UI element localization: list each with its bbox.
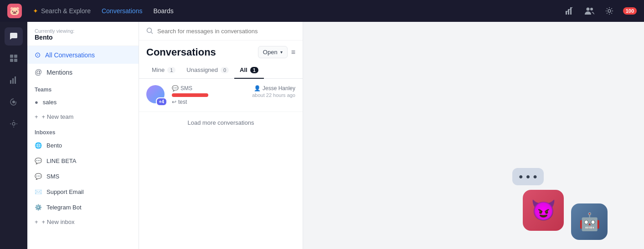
chevron-down-icon: ▾ [280,50,283,55]
main-content-area: ●●● 😈 🤖 [303,22,644,249]
search-icon [146,27,154,35]
new-inbox-plus-icon: + [35,219,38,225]
conversations-title: Conversations [146,46,216,58]
all-tab-badge: 1 [250,67,258,73]
svg-rect-9 [14,59,17,62]
team-icon[interactable] [583,5,596,17]
inbox-telegram-bot[interactable]: ⚙️ Telegram Bot [27,199,139,215]
inbox-line-icon: 💬 [35,157,42,164]
tab-unassigned[interactable]: Unassigned 0 [181,62,234,79]
svg-rect-11 [12,78,14,84]
tab-mine[interactable]: Mine 1 [146,62,181,79]
status-filter-button[interactable]: Open ▾ [258,46,288,58]
svg-point-13 [12,101,15,103]
conversation-source: 💬 SMS [172,85,192,91]
viewing-name: Bento [35,34,131,41]
svg-rect-10 [10,80,11,84]
svg-point-4 [590,8,593,10]
svg-point-15 [147,28,152,33]
conversations-title-row: Conversations Open ▾ ≡ [139,41,303,62]
left-sidebar: Currently viewing: Bento ⊙ All Conversat… [27,22,139,249]
sidebar-icon-settings[interactable] [5,115,23,133]
svg-point-14 [12,122,15,125]
conversation-agent: 👤 Jesse Hanley [254,85,295,91]
svg-rect-6 [10,55,13,58]
monster-1: 😈 [523,190,564,231]
conversation-message-row: about 22 hours ago [172,92,295,98]
chat-illustration: ●●● 😈 🤖 [523,199,608,240]
agent-icon: 👤 [254,85,261,91]
inbox-telegram-icon: ⚙️ [35,203,42,211]
search-input[interactable] [157,28,295,35]
svg-point-3 [586,8,589,11]
sidebar-icon-reports[interactable] [5,71,23,89]
main-layout: Currently viewing: Bento ⊙ All Conversat… [0,22,644,249]
nav-right-actions: 100 [563,5,637,17]
app-logo[interactable]: 🐷 [7,4,22,18]
nav-conversations[interactable]: Conversations [102,7,143,15]
settings-icon[interactable] [603,5,616,17]
team-sales-icon: ● [35,99,38,106]
all-conversations-icon: ⊙ [35,51,41,59]
svg-point-5 [608,10,611,12]
currently-viewing-label: Currently viewing: [35,28,131,34]
unassigned-tab-badge: 0 [221,67,229,73]
sidebar-icon-chat[interactable] [5,27,23,46]
mentions-icon: @ [35,68,42,76]
analytics-icon[interactable] [563,5,576,17]
new-team-button[interactable]: + + New team [27,110,139,124]
teams-section-title: Teams [27,81,139,95]
sidebar-item-all-conversations[interactable]: ⊙ All Conversations [27,46,139,64]
notification-badge[interactable]: 100 [623,7,637,15]
avatar-stack: +4 [146,85,166,105]
load-more-button[interactable]: Load more conversations [139,112,303,133]
conversation-subject-bar [172,93,208,97]
inbox-support-email[interactable]: ✉️ Support Email [27,184,139,199]
svg-line-16 [151,32,153,34]
top-nav: 🐷 ✦ Search & Explore Conversations Board… [0,0,644,22]
inbox-email-icon: ✉️ [35,188,42,195]
sms-icon: 💬 [172,85,179,91]
svg-rect-8 [10,59,13,62]
icon-sidebar [0,22,27,249]
mine-tab-badge: 1 [167,67,175,73]
sparkle-icon: ✦ [33,7,38,15]
conversation-tabs: Mine 1 Unassigned 0 All 1 [139,62,303,79]
sidebar-header: Currently viewing: Bento [27,22,139,46]
monster-2: 🤖 [571,203,608,240]
tab-all[interactable]: All 1 [234,62,264,79]
new-team-plus-icon: + [35,113,38,120]
inbox-sms[interactable]: 💬 SMS [27,168,139,184]
nav-search-explore[interactable]: ✦ Search & Explore [33,7,91,15]
sidebar-icon-mentions[interactable] [5,93,23,111]
svg-rect-7 [14,55,17,58]
conversation-search-bar[interactable] [139,22,303,41]
inbox-bento-icon: 🌐 [35,142,42,149]
table-row[interactable]: +4 💬 SMS 👤 Jesse Hanley about 22 hours a… [139,79,303,112]
sidebar-item-mentions[interactable]: @ Mentions [27,64,139,81]
speech-bubble: ●●● [512,168,544,185]
svg-rect-12 [15,76,16,84]
conversations-panel: Conversations Open ▾ ≡ Mine 1 Unassigned… [139,22,303,249]
inboxes-section-title: Inboxes [27,124,139,137]
avatar-count-badge: +4 [156,97,167,106]
conversation-preview: ↩ test [172,99,295,105]
conversation-meta: 💬 SMS 👤 Jesse Hanley [172,85,295,91]
inbox-line-beta[interactable]: 💬 LINE BETA [27,153,139,168]
conversation-content: 💬 SMS 👤 Jesse Hanley about 22 hours ago … [172,85,295,105]
nav-boards[interactable]: Boards [153,7,173,15]
inbox-bento[interactable]: 🌐 Bento [27,137,139,153]
new-inbox-button[interactable]: + + New inbox [27,215,139,229]
team-sales[interactable]: ● sales [27,95,139,110]
inbox-sms-icon: 💬 [35,173,42,180]
conversation-time: about 22 hours ago [252,92,295,98]
filter-icon[interactable]: ≡ [291,48,295,56]
reply-icon: ↩ [172,99,176,105]
sidebar-icon-board[interactable] [5,49,23,67]
